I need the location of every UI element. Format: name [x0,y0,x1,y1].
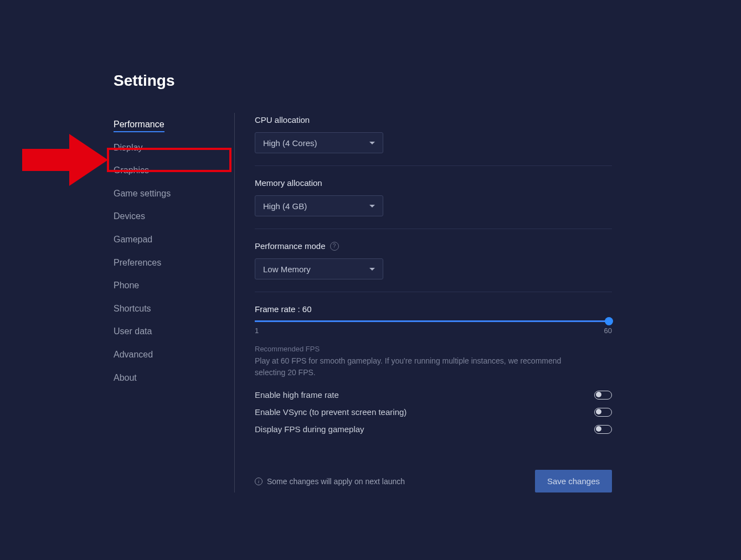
frame-rate-prefix: Frame rate : [255,304,302,314]
fps-hint-title: Recommended FPS [255,345,612,353]
help-icon[interactable]: ? [330,242,339,251]
enable-vsync-label: Enable VSync (to prevent screen tearing) [255,407,406,417]
sidebar-item-shortcuts[interactable]: Shortcuts [114,297,223,320]
sidebar-item-about[interactable]: About [114,366,223,390]
sidebar-item-user-data[interactable]: User data [114,320,223,343]
sidebar-item-label: Performance [114,120,164,132]
chevron-down-icon [369,142,375,144]
sidebar-item-label: Phone [114,281,139,290]
sidebar-item-display[interactable]: Display [114,136,223,159]
sidebar-item-label: Devices [114,211,145,221]
info-icon: i [255,478,263,485]
memory-allocation-label: Memory allocation [255,178,612,188]
cpu-allocation-dropdown[interactable]: High (4 Cores) [255,132,383,153]
cpu-allocation-section: CPU allocation High (4 Cores) [255,115,612,166]
sidebar-item-game-settings[interactable]: Game settings [114,182,223,205]
toggle-knob [596,392,601,397]
memory-allocation-dropdown[interactable]: High (4 GB) [255,195,383,216]
page-title: Settings [114,72,612,90]
dropdown-value: High (4 GB) [263,201,307,211]
frame-rate-slider[interactable] [255,320,612,322]
save-changes-button[interactable]: Save changes [535,470,612,492]
sidebar-item-advanced[interactable]: Advanced [114,343,223,366]
sidebar-item-label: Display [114,143,142,152]
sidebar-item-label: Graphics [114,165,149,175]
enable-high-frame-rate-label: Enable high frame rate [255,390,339,400]
display-fps-label: Display FPS during gameplay [255,424,364,434]
frame-rate-max: 60 [604,326,612,335]
dropdown-value: Low Memory [263,265,311,274]
sidebar-item-graphics[interactable]: Graphics [114,159,223,182]
footer-note-text: Some changes will apply on next launch [267,477,405,486]
sidebar-item-devices[interactable]: Devices [114,205,223,228]
sidebar-item-phone[interactable]: Phone [114,274,223,297]
chevron-down-icon [369,205,375,208]
sidebar-item-label: Gamepad [114,235,152,244]
fps-hint-body: Play at 60 FPS for smooth gameplay. If y… [255,355,587,378]
frame-rate-min: 1 [255,326,259,335]
sidebar-item-preferences[interactable]: Preferences [114,251,223,274]
enable-high-frame-rate-toggle[interactable] [594,391,612,400]
display-fps-toggle[interactable] [594,425,612,434]
performance-mode-dropdown[interactable]: Low Memory [255,258,383,279]
chevron-down-icon [369,268,375,271]
frame-rate-label: Frame rate : 60 [255,304,612,314]
settings-sidebar: Performance Display Graphics Game settin… [114,113,235,492]
performance-panel: CPU allocation High (4 Cores) Memory all… [235,113,612,492]
memory-allocation-section: Memory allocation High (4 GB) [255,178,612,229]
performance-mode-label: Performance mode [255,241,326,251]
cpu-allocation-label: CPU allocation [255,115,612,125]
sidebar-item-label: Advanced [114,350,153,359]
sidebar-item-gamepad[interactable]: Gamepad [114,228,223,251]
frame-rate-section: Frame rate : 60 1 60 Recommended FPS Pla… [255,304,612,438]
sidebar-item-label: User data [114,326,152,336]
sidebar-item-label: About [114,373,137,382]
dropdown-value: High (4 Cores) [263,138,317,148]
sidebar-item-label: Game settings [114,189,171,198]
sidebar-item-performance[interactable]: Performance [114,113,223,136]
sidebar-item-label: Preferences [114,258,161,267]
sidebar-item-label: Shortcuts [114,304,151,313]
performance-mode-section: Performance mode ? Low Memory [255,241,612,292]
enable-vsync-toggle[interactable] [594,408,612,417]
toggle-knob [596,409,601,414]
frame-rate-value: 60 [302,304,312,314]
toggle-knob [596,426,601,432]
slider-thumb[interactable] [605,317,613,325]
